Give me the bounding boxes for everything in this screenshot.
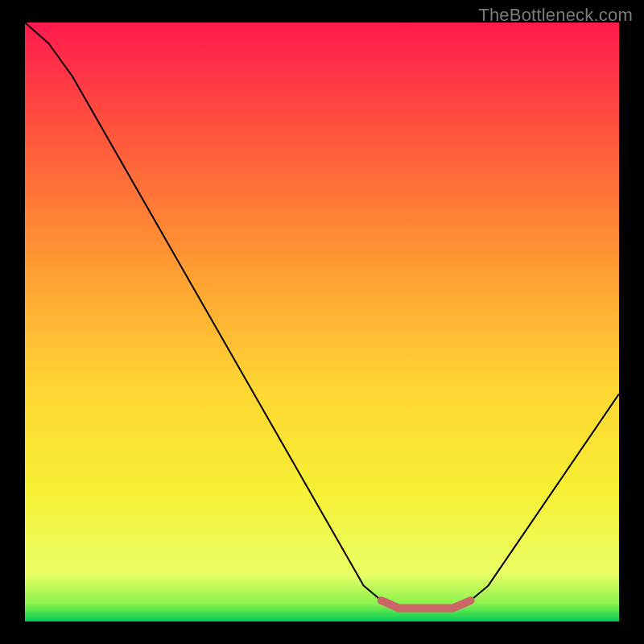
chart-container: TheBottleneck.com — [0, 0, 644, 644]
gradient-background — [25, 23, 619, 621]
bottleneck-chart — [25, 23, 619, 621]
watermark-text: TheBottleneck.com — [478, 5, 633, 26]
plot-area — [25, 23, 619, 621]
